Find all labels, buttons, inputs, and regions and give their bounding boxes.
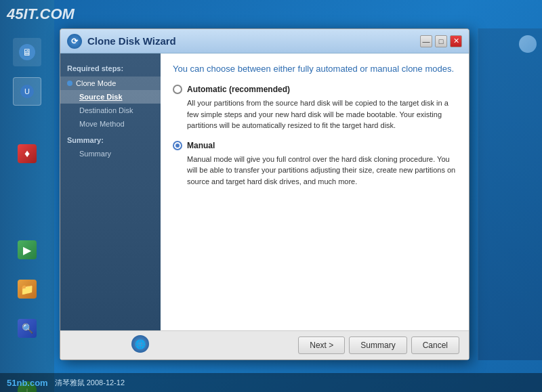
minimize-button[interactable]: — [420,35,432,47]
summary-section-label: Summary: [60,131,161,147]
dest-disk-label: Destination Disk [79,106,133,114]
right-panel [478,28,542,360]
close-button[interactable]: ✕ [450,35,462,47]
source-disk-label: Source Disk [79,93,123,101]
sidebar: Required steps: Clone Mode Source Disk D… [60,53,161,330]
sidebar-item-clone-mode[interactable]: Clone Mode [60,77,161,90]
required-steps-label: Required steps: [60,62,161,77]
desktop: 45IT.COM 🖥 U ♦ ▶ [0,0,542,392]
manual-label-text: Manual [187,141,215,150]
automatic-label-row[interactable]: Automatic (recommended) [173,85,457,94]
bottom-logo: 51nb.com [7,378,48,388]
automatic-description: All your partitions from the source hard… [173,97,457,131]
automatic-radio[interactable] [173,85,182,94]
cancel-button[interactable]: Cancel [411,336,459,354]
svg-text:🖥: 🖥 [22,47,32,58]
title-buttons: — □ ✕ [420,35,462,47]
maximize-button[interactable]: □ [435,35,447,47]
wizard-icon: ⟳ [67,34,82,49]
taskbar-left: 🖥 U ♦ ▶ 📁 🔍 [0,0,54,392]
footer-globe-icon: 🌐 [131,335,149,353]
right-icon [519,35,537,53]
taskbar-icon-2[interactable]: U [13,77,41,106]
panel-title: You can choose between either fully auto… [173,63,457,75]
manual-radio[interactable] [173,141,182,150]
dialog-footer: 🌐 Next > Summary Cancel [60,330,469,360]
clone-mode-dot [67,81,72,86]
wizard-dialog: ⟳ Clone Disk Wizard — □ ✕ Required steps… [60,28,470,360]
clone-mode-label: Clone Mode [76,79,116,87]
taskbar-icon-4[interactable]: ▶ [13,236,41,264]
title-bar: ⟳ Clone Disk Wizard — □ ✕ [60,29,469,53]
bottom-text: 清琴雅鼠 2008-12-12 [55,378,125,388]
taskbar-icon-3[interactable]: ♦ [13,139,41,168]
taskbar-icon-1[interactable]: 🖥 [13,38,41,66]
manual-option[interactable]: Manual Manual mode will give you full co… [173,141,457,188]
sidebar-item-destination-disk[interactable]: Destination Disk [60,104,161,117]
footer-logo-area: 🌐 [131,335,149,353]
automatic-option[interactable]: Automatic (recommended) All your partiti… [173,85,457,131]
next-button[interactable]: Next > [298,336,345,354]
taskbar-icon-5[interactable]: 📁 [13,275,41,303]
automatic-label-text: Automatic (recommended) [187,85,290,94]
dialog-content: Required steps: Clone Mode Source Disk D… [60,53,469,330]
sidebar-item-source-disk[interactable]: Source Disk [60,90,161,104]
manual-label-row[interactable]: Manual [173,141,457,150]
manual-description: Manual mode will give you full control o… [173,154,457,188]
bottom-bar: 51nb.com 清琴雅鼠 2008-12-12 [0,373,542,392]
taskbar-icon-6[interactable]: 🔍 [13,314,41,343]
title-left: ⟳ Clone Disk Wizard [67,34,176,49]
sidebar-item-move-method[interactable]: Move Method [60,117,161,131]
summary-button[interactable]: Summary [349,336,406,354]
summary-label: Summary [79,150,111,158]
watermark-top: 45IT.COM [7,5,75,23]
dialog-title: Clone Disk Wizard [87,35,176,47]
svg-text:U: U [24,87,30,95]
move-method-label: Move Method [79,120,125,128]
main-panel: You can choose between either fully auto… [161,53,469,330]
sidebar-item-summary[interactable]: Summary [60,147,161,160]
